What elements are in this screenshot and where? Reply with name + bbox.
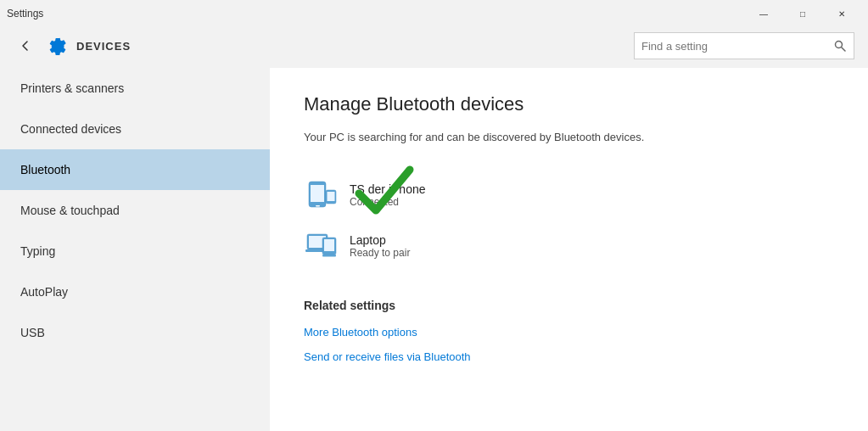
content-description: Your PC is searching for and can be disc…: [304, 129, 660, 146]
svg-rect-4: [316, 205, 320, 207]
sidebar: Printers & scanners Connected devices Bl…: [0, 68, 270, 431]
sidebar-item-connected[interactable]: Connected devices: [0, 109, 270, 149]
content: Manage Bluetooth devices Your PC is sear…: [270, 68, 868, 431]
sidebar-item-autoplay[interactable]: AutoPlay: [0, 271, 270, 312]
search-icon: [834, 40, 846, 52]
device-name-laptop: Laptop: [350, 233, 834, 247]
svg-rect-12: [322, 255, 336, 257]
sidebar-label-printers: Printers & scanners: [20, 81, 124, 95]
close-button[interactable]: ✕: [822, 0, 861, 27]
phone-icon: [304, 178, 338, 212]
laptop-icon: [304, 229, 338, 263]
more-bluetooth-link[interactable]: More Bluetooth options: [304, 326, 834, 339]
header: DEVICES: [0, 27, 868, 68]
related-settings-title: Related settings: [304, 299, 834, 312]
search-box: [634, 32, 854, 59]
titlebar-title: Settings: [7, 8, 43, 20]
main: Printers & scanners Connected devices Bl…: [0, 68, 868, 431]
sidebar-label-bluetooth: Bluetooth: [20, 163, 70, 176]
svg-rect-3: [311, 185, 324, 202]
device-item-iphone[interactable]: TS der iPhone Connected: [304, 170, 834, 221]
minimize-button[interactable]: —: [744, 0, 783, 27]
sidebar-label-connected: Connected devices: [20, 122, 121, 136]
titlebar: Settings — □ ✕: [0, 0, 868, 27]
svg-rect-6: [328, 192, 335, 201]
sidebar-item-bluetooth[interactable]: Bluetooth: [0, 149, 270, 190]
gear-icon: [48, 36, 66, 55]
app-title: DEVICES: [76, 40, 131, 53]
page-title: Manage Bluetooth devices: [304, 93, 834, 115]
sidebar-label-autoplay: AutoPlay: [20, 285, 68, 299]
device-status-iphone: Connected: [350, 196, 834, 208]
titlebar-controls: — □ ✕: [744, 0, 861, 27]
connected-checkmark: [350, 161, 418, 221]
maximize-button[interactable]: □: [783, 0, 822, 27]
back-button[interactable]: [14, 34, 37, 58]
related-settings: Related settings More Bluetooth options …: [304, 299, 834, 363]
svg-rect-11: [324, 239, 334, 251]
device-status-laptop: Ready to pair: [350, 247, 834, 259]
svg-line-1: [842, 48, 846, 52]
sidebar-label-typing: Typing: [20, 244, 55, 258]
sidebar-item-typing[interactable]: Typing: [0, 231, 270, 271]
search-input[interactable]: [635, 40, 826, 53]
sidebar-item-usb[interactable]: USB: [0, 312, 270, 353]
search-button[interactable]: [826, 32, 854, 59]
sidebar-label-mouse: Mouse & touchpad: [20, 204, 120, 217]
device-list: TS der iPhone Connected: [304, 170, 834, 271]
sidebar-item-mouse[interactable]: Mouse & touchpad: [0, 190, 270, 231]
header-left: DEVICES: [14, 34, 131, 58]
send-receive-link[interactable]: Send or receive files via Bluetooth: [304, 350, 834, 363]
device-name-iphone: TS der iPhone: [350, 182, 834, 196]
sidebar-label-usb: USB: [20, 326, 45, 339]
device-info-laptop: Laptop Ready to pair: [350, 233, 834, 259]
device-info-iphone: TS der iPhone Connected: [350, 182, 834, 208]
sidebar-item-printers[interactable]: Printers & scanners: [0, 68, 270, 109]
back-icon: [20, 40, 31, 52]
titlebar-left: Settings: [7, 8, 43, 20]
device-item-laptop[interactable]: Laptop Ready to pair: [304, 221, 834, 271]
